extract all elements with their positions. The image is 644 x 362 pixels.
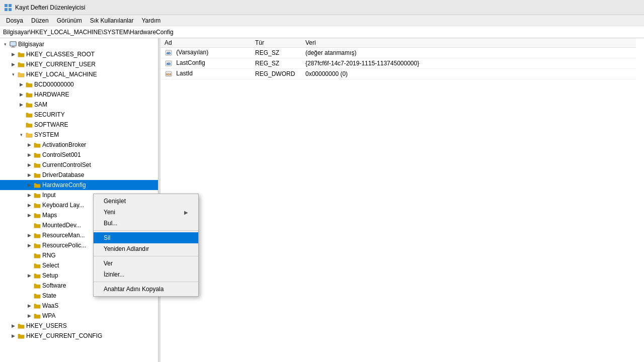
table-row[interactable]: ab (Varsayılan) REG_SZ (değer atanmamış) (160, 48, 644, 58)
tree-item-bcd[interactable]: ▶ BCD00000000 (0, 79, 158, 89)
menu-dosya[interactable]: Dosya (2, 16, 27, 25)
tree-item-system[interactable]: ▾ SYSTEM (0, 130, 158, 140)
context-menu-sil[interactable]: Sil (94, 232, 198, 243)
tree-item-hardware[interactable]: ▶ HARDWARE (0, 89, 158, 100)
folder-icon-controlset001 (33, 151, 41, 159)
expand-activationbroker[interactable]: ▶ (25, 141, 33, 149)
expand-bilgisayar[interactable]: ▾ (1, 40, 9, 48)
expand-currentcontrolset[interactable]: ▶ (25, 161, 33, 169)
tree-label-activationbroker: ActivationBroker (42, 140, 86, 150)
expand-sam[interactable]: ▶ (17, 101, 25, 109)
tree-item-software[interactable]: ▶ SOFTWARE (0, 120, 158, 130)
expand-resourceman[interactable]: ▶ (25, 231, 33, 239)
menu-bar: Dosya Düzen Görünüm Sık Kullanılanlar Ya… (0, 15, 644, 26)
folder-icon-currentcontrolset (33, 161, 41, 169)
context-menu-genislet[interactable]: Genişlet (94, 196, 198, 207)
context-menu-bul[interactable]: Bul... (94, 218, 198, 229)
context-menu-separator-2 (94, 256, 198, 256)
folder-icon-maps (33, 211, 41, 219)
folder-icon-system (25, 131, 33, 139)
expand-hardwareconfig[interactable]: ▶ (25, 181, 33, 189)
expand-input[interactable]: ▶ (25, 191, 33, 199)
tree-label-wpa: WPA (42, 311, 55, 321)
svg-rect-3 (9, 8, 12, 11)
detail-panel: Ad Tür Veri ab ( (160, 38, 644, 362)
folder-icon-sam (25, 101, 33, 109)
expand-wpa[interactable]: ▶ (25, 312, 33, 320)
expand-system[interactable]: ▾ (17, 131, 25, 139)
tree-item-activationbroker[interactable]: ▶ ActivationBroker (0, 140, 158, 150)
expand-hkey-local-machine[interactable]: ▾ (9, 70, 17, 78)
tree-item-hkey-classes-root[interactable]: ▶ HKEY_CLASSES_ROOT (0, 49, 158, 59)
tree-label-mounteddev: MountedDev... (42, 220, 81, 230)
cell-type-0: REG_SZ (251, 48, 301, 58)
tree-item-driverdatabase[interactable]: ▶ DriverDatabase (0, 170, 158, 180)
folder-icon-hkey-local-machine (17, 70, 25, 78)
tree-label-currentcontrolset: CurrentControlSet (42, 160, 91, 170)
tree-item-hardwareconfig[interactable]: ▶ HardwareConfig (0, 180, 158, 190)
expand-waas[interactable]: ▶ (25, 302, 33, 310)
expand-hkey-current-user[interactable]: ▶ (9, 60, 17, 68)
tree-item-hkey-current-config[interactable]: ▶ HKEY_CURRENT_CONFIG (0, 331, 158, 341)
tree-item-currentcontrolset[interactable]: ▶ CurrentControlSet (0, 160, 158, 170)
tree-label-setup: Setup (42, 270, 58, 281)
address-bar: Bilgisayar\HKEY_LOCAL_MACHINE\SYSTEM\Har… (0, 26, 644, 38)
tree-label-keyboard-lay: Keyboard Lay... (42, 200, 84, 210)
folder-icon-input (33, 191, 41, 199)
context-menu-izinler[interactable]: İzinler... (94, 269, 198, 280)
menu-gorunum[interactable]: Görünüm (53, 16, 86, 25)
column-header-type: Tür (251, 38, 301, 48)
expand-hkey-current-config[interactable]: ▶ (9, 332, 17, 340)
context-menu-yeni[interactable]: Yeni ▶ (94, 207, 198, 218)
tree-item-wpa[interactable]: ▶ WPA (0, 311, 158, 321)
context-menu-ver[interactable]: Ver (94, 258, 198, 269)
folder-icon-activationbroker (33, 141, 41, 149)
tree-label-security: SECURITY (34, 110, 65, 120)
tree-item-hkey-current-user[interactable]: ▶ HKEY_CURRENT_USER (0, 59, 158, 69)
svg-rect-0 (5, 4, 8, 7)
tree-label-hardware: HARDWARE (34, 89, 69, 100)
tree-label-controlset001: ControlSet001 (42, 150, 81, 160)
tree-label-system: SYSTEM (34, 130, 59, 140)
expand-controlset001[interactable]: ▶ (25, 151, 33, 159)
expand-hkey-users[interactable]: ▶ (9, 322, 17, 330)
menu-duzen[interactable]: Düzen (27, 16, 53, 25)
tree-item-controlset001[interactable]: ▶ ControlSet001 (0, 150, 158, 160)
context-menu: Genişlet Yeni ▶ Bul... Sil Yeniden Adlan… (93, 194, 199, 297)
tree-item-security[interactable]: ▶ SECURITY (0, 110, 158, 120)
context-menu-anahtar-adi-kopyala[interactable]: Anahtar Adını Kopyala (94, 284, 198, 295)
computer-icon (9, 40, 17, 48)
tree-label-bcd: BCD00000000 (34, 79, 74, 89)
expand-setup[interactable]: ▶ (25, 272, 33, 280)
reg-sz-icon-0: ab (165, 49, 173, 57)
table-row[interactable]: 010 LastId REG_DWORD 0x00000000 (0) (160, 69, 644, 79)
tree-item-sam[interactable]: ▶ SAM (0, 100, 158, 110)
tree-item-hkey-users[interactable]: ▶ HKEY_USERS (0, 321, 158, 331)
folder-icon-security (25, 111, 33, 119)
folder-icon-state (33, 292, 41, 300)
expand-driverdatabase[interactable]: ▶ (25, 171, 33, 179)
folder-icon-bcd (25, 80, 33, 88)
table-row[interactable]: ab LastConfig REG_SZ {287fcf6f-14c7-2019… (160, 58, 644, 69)
expand-hardware[interactable]: ▶ (17, 90, 25, 99)
tree-item-waas[interactable]: ▶ WaaS (0, 301, 158, 311)
folder-icon-setup (33, 272, 41, 280)
context-menu-yeniden-adlandir[interactable]: Yeniden Adlandır (94, 243, 198, 254)
cell-name-0: ab (Varsayılan) (160, 48, 251, 58)
expand-keyboard-lay[interactable]: ▶ (25, 201, 33, 209)
expand-hkey-classes-root[interactable]: ▶ (9, 50, 17, 58)
folder-icon-hkey-classes-root (17, 50, 25, 58)
menu-yardim[interactable]: Yardım (137, 16, 165, 25)
expand-bcd[interactable]: ▶ (17, 80, 25, 88)
folder-icon-software (25, 121, 33, 129)
tree-item-hkey-local-machine[interactable]: ▾ HKEY_LOCAL_MACHINE (0, 69, 158, 79)
expand-maps[interactable]: ▶ (25, 211, 33, 219)
folder-icon-rng (33, 251, 41, 259)
address-path: Bilgisayar\HKEY_LOCAL_MACHINE\SYSTEM\Har… (3, 29, 174, 36)
menu-sik-kullanilanlar[interactable]: Sık Kullanılanlar (86, 16, 138, 25)
svg-rect-1 (9, 4, 12, 7)
folder-icon-hkey-current-config (17, 332, 25, 340)
tree-item-bilgisayar[interactable]: ▾ Bilgisayar (0, 39, 158, 49)
expand-resourcepolic[interactable]: ▶ (25, 241, 33, 249)
tree-label-input: Input (42, 190, 56, 200)
